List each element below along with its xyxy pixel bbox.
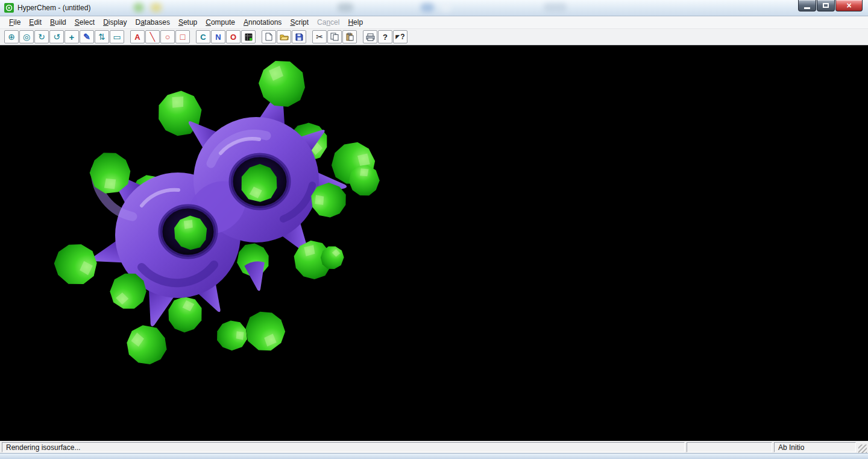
menu-compute[interactable]: Compute — [201, 17, 239, 28]
toolbar: ⊕ ◎ ↻ ↺ + ✎ ⇅ ▭ A ╲ ○ □ C N O ✂ ? ◤? — [0, 29, 868, 45]
toolbar-separator — [307, 37, 312, 37]
rotate-out-icon: ◎ — [23, 33, 30, 41]
z-rotate-icon: ↻ — [38, 33, 45, 41]
aero-reflection — [441, 3, 451, 12]
translate-icon: + — [69, 33, 75, 42]
toolbar-separator — [357, 37, 362, 37]
annotation-line-button[interactable]: ╲ — [145, 30, 160, 43]
annotation-circle-button[interactable]: ○ — [160, 30, 175, 43]
status-bar: Rendering isosurface... Ab Initio — [0, 441, 868, 453]
annotation-text-icon: A — [134, 33, 140, 41]
menu-select[interactable]: Select — [71, 17, 99, 28]
paste-button[interactable] — [342, 30, 357, 43]
draw-tool-button[interactable]: ✎ — [80, 30, 94, 43]
status-center-panel — [687, 442, 772, 452]
rotate-out-tool-button[interactable]: ◎ — [19, 30, 34, 43]
print-icon — [366, 33, 375, 41]
element-carbon-button[interactable]: C — [196, 30, 210, 43]
toolbar-separator — [190, 37, 195, 37]
annotation-circle-icon: ○ — [165, 33, 170, 41]
translate-tool-button[interactable]: + — [64, 30, 79, 43]
window-title: HyperChem - (untitled) — [17, 4, 90, 12]
close-icon: × — [846, 1, 851, 10]
copy-icon — [330, 33, 339, 41]
z-translate-tool-button[interactable]: ⇅ — [95, 30, 109, 43]
menu-databases[interactable]: Databases — [131, 17, 174, 28]
rotate-in-plane-icon: ↺ — [53, 33, 60, 41]
new-document-icon — [265, 33, 272, 41]
annotation-text-button[interactable]: A — [130, 30, 145, 43]
menu-help[interactable]: Help — [344, 17, 367, 28]
menu-display[interactable]: Display — [99, 17, 131, 28]
status-message: Rendering isosurface... — [6, 443, 80, 452]
open-file-button[interactable] — [277, 30, 291, 43]
isosurface-rendering — [0, 45, 868, 441]
periodic-table-button[interactable] — [241, 30, 256, 43]
z-clip-icon: ▭ — [113, 33, 121, 41]
aero-reflection — [151, 3, 162, 12]
annotation-rectangle-icon: □ — [180, 33, 185, 41]
element-oxygen-button[interactable]: O — [226, 30, 241, 43]
cut-scissors-icon: ✂ — [316, 33, 323, 41]
minimize-icon — [804, 7, 810, 9]
print-button[interactable] — [363, 30, 377, 43]
app-icon — [4, 3, 14, 13]
aero-reflection — [544, 3, 567, 12]
menu-cancel: Cancel — [313, 17, 344, 28]
status-method-panel: Ab Initio — [774, 442, 856, 452]
z-clip-tool-button[interactable]: ▭ — [110, 30, 124, 43]
context-help-icon: ◤? — [395, 33, 404, 41]
window-bottom-border — [0, 453, 868, 459]
status-method: Ab Initio — [778, 443, 804, 452]
draw-pencil-icon: ✎ — [83, 33, 90, 41]
help-button[interactable]: ? — [378, 30, 392, 43]
maximize-icon — [823, 3, 829, 8]
select-tool-button[interactable]: ⊕ — [4, 30, 19, 43]
status-message-panel: Rendering isosurface... — [2, 442, 685, 452]
aero-reflection — [134, 3, 143, 12]
aero-reflection — [338, 3, 353, 12]
minimize-button[interactable] — [798, 0, 816, 11]
menu-edit[interactable]: Edit — [25, 17, 46, 28]
cut-button[interactable]: ✂ — [312, 30, 327, 43]
open-folder-icon — [280, 33, 289, 40]
context-help-button[interactable]: ◤? — [393, 30, 407, 43]
menu-annotations[interactable]: Annotations — [239, 17, 286, 28]
toolbar-separator — [256, 37, 261, 37]
maximize-button[interactable] — [817, 0, 835, 11]
rotate-in-plane-tool-button[interactable]: ↺ — [49, 30, 64, 43]
carbon-icon: C — [200, 33, 206, 41]
resize-grip[interactable] — [858, 445, 867, 453]
save-floppy-icon — [295, 33, 303, 41]
periodic-table-icon — [245, 33, 253, 41]
aero-reflection — [421, 3, 434, 12]
application-window: HyperChem - (untitled) × File Edit Build… — [0, 0, 868, 459]
z-translate-icon: ⇅ — [98, 33, 105, 41]
save-file-button[interactable] — [292, 30, 306, 43]
menu-script[interactable]: Script — [286, 17, 313, 28]
element-nitrogen-button[interactable]: N — [211, 30, 225, 43]
menu-file[interactable]: File — [5, 17, 25, 28]
toolbar-separator — [125, 37, 130, 37]
menu-setup[interactable]: Setup — [174, 17, 201, 28]
molecule-viewport[interactable] — [0, 45, 868, 441]
new-document-button[interactable] — [262, 30, 276, 43]
select-tool-icon: ⊕ — [8, 33, 15, 41]
oxygen-icon: O — [230, 33, 236, 41]
z-rotate-tool-button[interactable]: ↻ — [34, 30, 49, 43]
menu-bar: File Edit Build Select Display Databases… — [0, 16, 868, 29]
help-icon: ? — [383, 33, 388, 41]
copy-button[interactable] — [327, 30, 342, 43]
window-controls: × — [798, 0, 863, 11]
annotation-line-icon: ╲ — [150, 33, 155, 41]
menu-build[interactable]: Build — [46, 17, 71, 28]
annotation-rectangle-button[interactable]: □ — [175, 30, 190, 43]
nitrogen-icon: N — [215, 33, 221, 41]
close-button[interactable]: × — [835, 0, 863, 11]
paste-clipboard-icon — [346, 33, 354, 41]
title-bar[interactable]: HyperChem - (untitled) × — [0, 0, 868, 16]
